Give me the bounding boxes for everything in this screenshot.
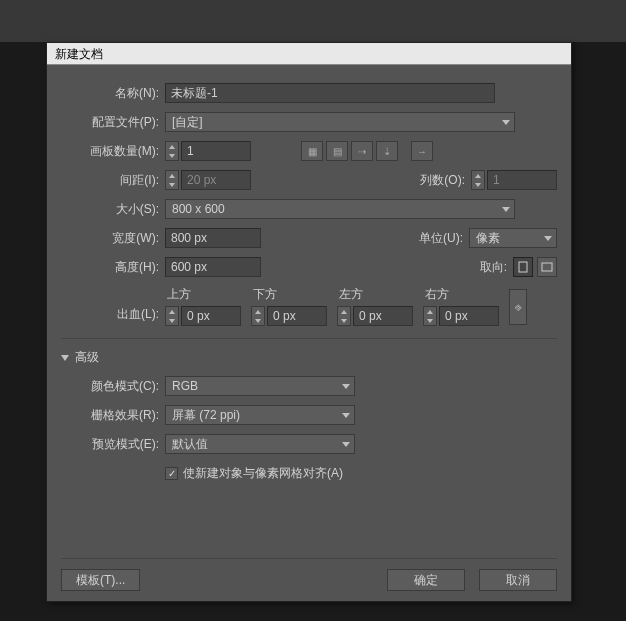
preview-label: 预览模式(E): (61, 436, 165, 453)
spacing-stepper[interactable] (165, 170, 179, 190)
link-icon: ⎆ (515, 301, 522, 313)
units-value: 像素 (476, 230, 500, 247)
width-label: 宽度(W): (61, 230, 165, 247)
profile-select[interactable]: [自定] (165, 112, 515, 132)
orientation-portrait-button[interactable] (513, 257, 533, 277)
arrow-right-icon[interactable]: → (411, 141, 433, 161)
cancel-button[interactable]: 取消 (479, 569, 557, 591)
colormode-select[interactable]: RGB (165, 376, 355, 396)
height-label: 高度(H): (61, 259, 165, 276)
units-label: 单位(U): (409, 230, 469, 247)
svg-rect-0 (519, 262, 527, 272)
artboards-input[interactable] (181, 141, 251, 161)
bleed-bottom-input[interactable] (267, 306, 327, 326)
preview-select[interactable]: 默认值 (165, 434, 355, 454)
raster-value: 屏幕 (72 ppi) (172, 407, 240, 424)
grid-by-row-icon[interactable]: ▦ (301, 141, 323, 161)
artboards-label: 画板数量(M): (61, 143, 165, 160)
chevron-down-icon (342, 442, 350, 447)
advanced-section-toggle[interactable]: 高级 (61, 349, 557, 366)
bleed-bottom-stepper[interactable] (251, 306, 265, 326)
preview-value: 默认值 (172, 436, 208, 453)
landscape-icon (541, 262, 553, 272)
colormode-value: RGB (172, 379, 198, 393)
raster-select[interactable]: 屏幕 (72 ppi) (165, 405, 355, 425)
disclosure-triangle-icon (61, 355, 69, 361)
bleed-right-header: 右方 (423, 286, 501, 303)
grid-by-col-icon[interactable]: ▤ (326, 141, 348, 161)
name-label: 名称(N): (61, 85, 165, 102)
cols-input[interactable] (487, 170, 557, 190)
units-select[interactable]: 像素 (469, 228, 557, 248)
chevron-down-icon (502, 207, 510, 212)
arrange-col-icon[interactable]: ⇣ (376, 141, 398, 161)
size-value: 800 x 600 (172, 202, 225, 216)
svg-rect-1 (542, 263, 552, 271)
size-select[interactable]: 800 x 600 (165, 199, 515, 219)
chevron-down-icon (342, 413, 350, 418)
spacing-label: 间距(I): (61, 172, 165, 189)
align-pixel-grid-checkbox[interactable]: ✓ (165, 467, 178, 480)
orient-label: 取向: (473, 259, 513, 276)
bleed-left-input[interactable] (353, 306, 413, 326)
bleed-top-header: 上方 (165, 286, 243, 303)
portrait-icon (518, 261, 528, 273)
bleed-right-input[interactable] (439, 306, 499, 326)
link-bleeds-button[interactable]: ⎆ (509, 289, 527, 325)
advanced-label: 高级 (75, 349, 99, 366)
bleed-top-input[interactable] (181, 306, 241, 326)
artboards-stepper[interactable] (165, 141, 179, 161)
chevron-down-icon (544, 236, 552, 241)
bleed-left-stepper[interactable] (337, 306, 351, 326)
ok-button[interactable]: 确定 (387, 569, 465, 591)
cols-stepper[interactable] (471, 170, 485, 190)
chevron-down-icon (502, 120, 510, 125)
cols-label: 列数(O): (411, 172, 471, 189)
bleed-left-header: 左方 (337, 286, 415, 303)
template-button[interactable]: 模板(T)... (61, 569, 140, 591)
bleed-bottom-header: 下方 (251, 286, 329, 303)
name-input[interactable] (165, 83, 495, 103)
new-document-dialog: 新建文档 名称(N): 配置文件(P): [自定] 画板数量(M): ▦ ▤ ⇢… (46, 42, 572, 602)
dialog-title: 新建文档 (47, 43, 571, 65)
arrange-row-icon[interactable]: ⇢ (351, 141, 373, 161)
spacing-input[interactable] (181, 170, 251, 190)
profile-label: 配置文件(P): (61, 114, 165, 131)
bleed-top-stepper[interactable] (165, 306, 179, 326)
height-input[interactable] (165, 257, 261, 277)
width-input[interactable] (165, 228, 261, 248)
align-pixel-grid-label: 使新建对象与像素网格对齐(A) (183, 465, 343, 482)
orientation-landscape-button[interactable] (537, 257, 557, 277)
bleed-right-stepper[interactable] (423, 306, 437, 326)
chevron-down-icon (342, 384, 350, 389)
profile-value: [自定] (172, 114, 203, 131)
size-label: 大小(S): (61, 201, 165, 218)
raster-label: 栅格效果(R): (61, 407, 165, 424)
bleed-label: 出血(L): (61, 306, 165, 323)
colormode-label: 颜色模式(C): (61, 378, 165, 395)
